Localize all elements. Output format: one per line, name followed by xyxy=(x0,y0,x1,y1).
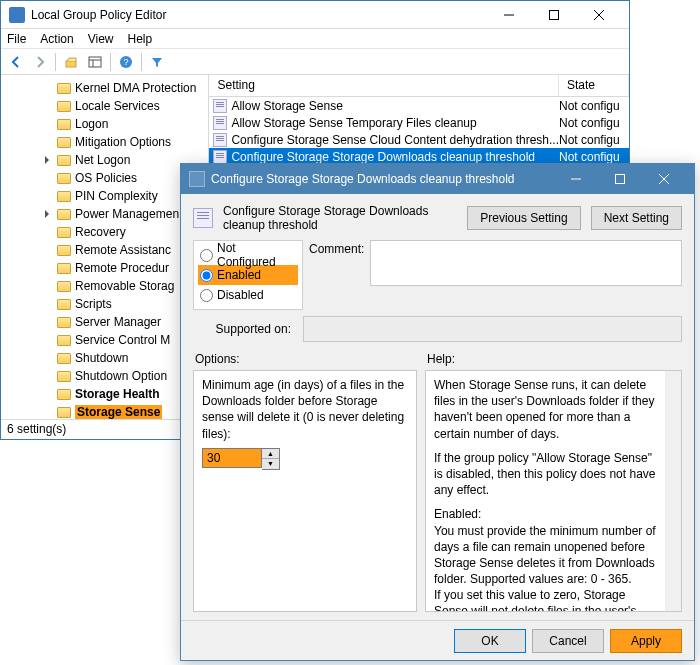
help-label: Help: xyxy=(425,348,682,370)
tree-item-label: Server Manager xyxy=(75,315,161,329)
close-button[interactable] xyxy=(576,1,621,29)
spinner-buttons[interactable]: ▲▼ xyxy=(262,448,280,470)
tree-item-label: Scripts xyxy=(75,297,112,311)
folder-icon xyxy=(57,137,71,148)
policy-item-icon xyxy=(213,99,227,113)
tree-item[interactable]: OS Policies xyxy=(1,169,208,187)
svg-rect-4 xyxy=(66,61,76,67)
ok-button[interactable]: OK xyxy=(454,629,526,653)
dialog-icon xyxy=(189,171,205,187)
tree-item[interactable]: Service Control M xyxy=(1,331,208,349)
tree-item-label: Storage Sense xyxy=(75,405,162,419)
comment-textarea[interactable] xyxy=(370,240,682,286)
tree-item[interactable]: Recovery xyxy=(1,223,208,241)
radio-disabled[interactable]: Disabled xyxy=(198,285,298,305)
cancel-button[interactable]: Cancel xyxy=(532,629,604,653)
tree-item-label: Logon xyxy=(75,117,108,131)
folder-icon xyxy=(57,317,71,328)
supported-on-box xyxy=(303,316,682,342)
tree-pane[interactable]: Kernel DMA ProtectionLocale ServicesLogo… xyxy=(1,75,209,439)
menu-help[interactable]: Help xyxy=(128,32,153,46)
folder-icon xyxy=(57,155,71,166)
radio-not-configured[interactable]: Not Configured xyxy=(198,245,298,265)
tree-item-label: Recovery xyxy=(75,225,126,239)
spinner-up-icon[interactable]: ▲ xyxy=(262,449,279,459)
tree-item-label: PIN Complexity xyxy=(75,189,158,203)
tree-item[interactable]: Shutdown Option xyxy=(1,367,208,385)
comment-label: Comment: xyxy=(309,240,364,256)
tree-item[interactable]: PIN Complexity xyxy=(1,187,208,205)
options-text: Minimum age (in days) of a files in the … xyxy=(202,377,408,442)
list-state: Not configu xyxy=(559,133,625,147)
minimize-button[interactable] xyxy=(486,1,531,29)
list-row[interactable]: Configure Storage Sense Cloud Content de… xyxy=(209,131,629,148)
tree-item[interactable]: Logon xyxy=(1,115,208,133)
spinner-down-icon[interactable]: ▼ xyxy=(262,459,279,468)
list-row[interactable]: Allow Storage Sense Temporary Files clea… xyxy=(209,114,629,131)
tree-item[interactable]: Storage Health xyxy=(1,385,208,403)
days-spinner-input[interactable] xyxy=(202,448,262,468)
radio-label: Not Configured xyxy=(217,241,296,269)
previous-setting-button[interactable]: Previous Setting xyxy=(467,206,580,230)
folder-icon xyxy=(57,335,71,346)
next-setting-button[interactable]: Next Setting xyxy=(591,206,682,230)
dialog-close-button[interactable] xyxy=(642,164,686,194)
help-text: Enabled: xyxy=(434,507,481,521)
tree-item-label: Removable Storag xyxy=(75,279,174,293)
dialog-title: Configure Storage Storage Downloads clea… xyxy=(211,172,554,186)
folder-icon xyxy=(57,245,71,256)
tree-item-label: OS Policies xyxy=(75,171,137,185)
dialog-minimize-button[interactable] xyxy=(554,164,598,194)
tree-item[interactable]: Scripts xyxy=(1,295,208,313)
tree-item[interactable]: Removable Storag xyxy=(1,277,208,295)
tree-item-label: Service Control M xyxy=(75,333,170,347)
forward-button[interactable] xyxy=(29,51,51,73)
tree-item[interactable]: Server Manager xyxy=(1,313,208,331)
folder-icon xyxy=(57,353,71,364)
apply-button[interactable]: Apply xyxy=(610,629,682,653)
help-scrollbar[interactable] xyxy=(665,371,681,611)
state-radio-group: Not Configured Enabled Disabled xyxy=(193,240,303,310)
dialog-titlebar: Configure Storage Storage Downloads clea… xyxy=(181,164,694,194)
list-state: Not configu xyxy=(559,116,625,130)
tree-item-label: Shutdown xyxy=(75,351,128,365)
help-box: When Storage Sense runs, it can delete f… xyxy=(425,370,682,612)
policy-item-icon xyxy=(213,116,227,130)
maximize-button[interactable] xyxy=(531,1,576,29)
radio-label: Enabled xyxy=(217,268,261,282)
back-button[interactable] xyxy=(5,51,27,73)
tree-item[interactable]: Mitigation Options xyxy=(1,133,208,151)
tree-item-label: Power Managemen xyxy=(75,207,179,221)
app-icon xyxy=(9,7,25,23)
tree-item[interactable]: Locale Services xyxy=(1,97,208,115)
dialog-footer: OK Cancel Apply xyxy=(181,620,694,660)
col-setting[interactable]: Setting xyxy=(209,75,559,96)
menu-action[interactable]: Action xyxy=(40,32,73,46)
tree-item[interactable]: Power Managemen xyxy=(1,205,208,223)
folder-icon xyxy=(57,389,71,400)
filter-icon[interactable] xyxy=(146,51,168,73)
dialog-heading: Configure Storage Storage Downloads clea… xyxy=(223,204,457,232)
policy-item-icon xyxy=(213,133,227,147)
folder-icon xyxy=(57,191,71,202)
col-state[interactable]: State xyxy=(559,75,629,96)
tree-item[interactable]: Shutdown xyxy=(1,349,208,367)
menu-file[interactable]: File xyxy=(7,32,26,46)
help-icon[interactable]: ? xyxy=(115,51,137,73)
svg-rect-1 xyxy=(549,10,558,19)
up-button[interactable] xyxy=(60,51,82,73)
tree-item-label: Mitigation Options xyxy=(75,135,171,149)
tree-item[interactable]: Net Logon xyxy=(1,151,208,169)
show-hide-button[interactable] xyxy=(84,51,106,73)
folder-icon xyxy=(57,263,71,274)
tree-item[interactable]: Kernel DMA Protection xyxy=(1,79,208,97)
tree-item[interactable]: Remote Assistanc xyxy=(1,241,208,259)
tree-item-label: Shutdown Option xyxy=(75,369,167,383)
list-setting: Configure Storage Storage Downloads clea… xyxy=(231,150,559,164)
options-box: Minimum age (in days) of a files in the … xyxy=(193,370,417,612)
list-row[interactable]: Allow Storage SenseNot configu xyxy=(209,97,629,114)
folder-icon xyxy=(57,371,71,382)
dialog-maximize-button[interactable] xyxy=(598,164,642,194)
menu-view[interactable]: View xyxy=(88,32,114,46)
tree-item[interactable]: Remote Procedur xyxy=(1,259,208,277)
